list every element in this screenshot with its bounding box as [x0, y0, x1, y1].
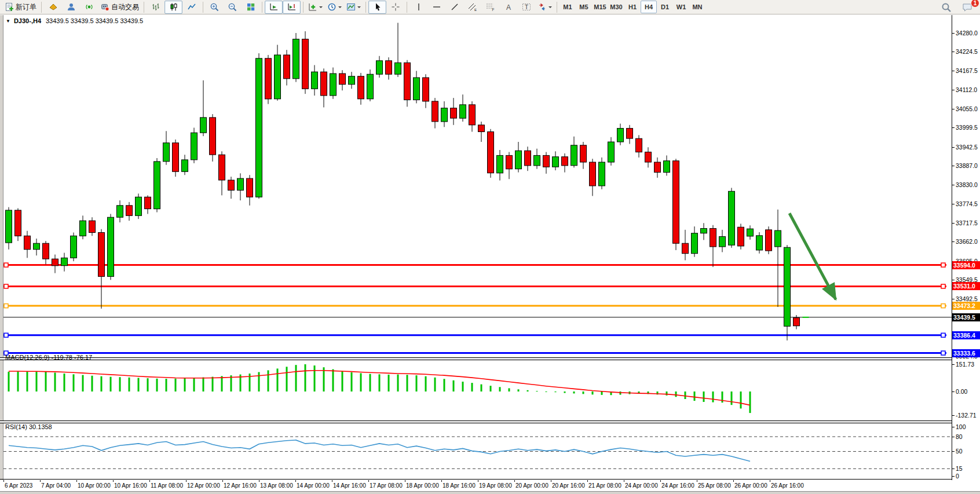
hline-handle[interactable]	[4, 304, 8, 308]
price-chart-pane[interactable]	[3, 15, 952, 357]
toolbar-separator	[41, 2, 42, 13]
indicators-button[interactable]	[306, 1, 325, 14]
marketwatch-button[interactable]	[44, 1, 62, 14]
timeframe-button-M1[interactable]: M1	[560, 1, 576, 13]
hline-price-label[interactable]: 33531.0	[952, 282, 980, 290]
profile-icon	[67, 2, 76, 12]
channel-button[interactable]: E	[463, 1, 481, 14]
date-tick	[368, 480, 369, 482]
price-tick: 33887.0	[952, 162, 978, 170]
candlestick-chart-button[interactable]	[164, 1, 182, 14]
chat-button[interactable]: 1	[959, 1, 977, 14]
date-tick	[587, 480, 588, 482]
current-price-label[interactable]: 33439.5	[952, 313, 980, 321]
arrows-button[interactable]	[535, 1, 554, 14]
hline-handle[interactable]	[941, 263, 945, 267]
zoom-out-button[interactable]	[224, 1, 242, 14]
horizontal-line-button[interactable]	[427, 1, 445, 14]
zoom-in-button[interactable]	[206, 1, 224, 14]
line-chart-button[interactable]	[182, 1, 200, 14]
hline-33594.0[interactable]	[3, 263, 946, 267]
hline-33531.0[interactable]	[3, 284, 946, 288]
main-toolbar: 新订单 自动交易	[0, 0, 980, 14]
bar-chart-button[interactable]	[147, 1, 164, 14]
timeframe-button-H1[interactable]: H1	[624, 1, 641, 13]
timeframe-button-M30[interactable]: M30	[608, 1, 624, 13]
timeframe-button-M15[interactable]: M15	[592, 1, 608, 13]
hline-handle[interactable]	[4, 284, 8, 288]
price-tick: 34280.0	[952, 30, 978, 37]
hline-price-label[interactable]: 33594.0	[952, 261, 980, 269]
toolbar-separator	[144, 2, 144, 13]
toolbar-separator	[365, 2, 366, 13]
timeframe-button-M5[interactable]: M5	[576, 1, 592, 13]
rsi-label: RSI(14) 30.1358	[5, 423, 52, 430]
text-label-button[interactable]: T	[517, 1, 535, 14]
search-button[interactable]	[937, 1, 955, 14]
date-label: 6 Apr 2023	[5, 482, 32, 489]
tile-windows-icon	[246, 2, 255, 12]
timeframe-button-D1[interactable]: D1	[657, 1, 673, 13]
auto-trading-label: 自动交易	[111, 2, 139, 12]
svg-text:T: T	[525, 4, 528, 10]
timeframe-button-MN[interactable]: MN	[689, 1, 705, 13]
hline-33386.4[interactable]	[3, 333, 946, 337]
date-tick	[149, 480, 150, 482]
auto-trading-button[interactable]: 自动交易	[98, 1, 141, 14]
date-label: 20 Apr 16:00	[552, 482, 585, 489]
hline-handle[interactable]	[941, 351, 945, 355]
crosshair-button[interactable]	[386, 1, 404, 14]
rsi-axis-tick: 80	[952, 433, 963, 441]
hline-handle[interactable]	[4, 333, 8, 337]
profile-button[interactable]	[62, 1, 80, 14]
hline-price-label[interactable]: 33386.4	[952, 331, 980, 339]
cursor-button[interactable]	[368, 1, 386, 14]
auto-scroll-button[interactable]	[265, 1, 283, 14]
signals-button[interactable]	[80, 1, 98, 14]
hline-handle[interactable]	[4, 263, 8, 267]
fibonacci-button[interactable]: F	[481, 1, 499, 14]
hline-price-label[interactable]: 33333.6	[952, 349, 980, 357]
hline-handle[interactable]	[941, 333, 945, 337]
price-axis[interactable]: 34280.034224.534167.534112.034055.033999…	[952, 15, 980, 481]
date-tick	[624, 480, 624, 482]
hline-handle[interactable]	[941, 284, 945, 288]
trendline-button[interactable]	[445, 1, 463, 14]
date-label: 19 Apr 08:00	[479, 482, 512, 489]
macd-label: MACD(12,26,9) -119.78 -76.17	[5, 354, 92, 361]
rsi-axis-tick: 100	[952, 423, 966, 431]
templates-button[interactable]	[344, 1, 363, 14]
hline-33473.2[interactable]	[3, 304, 946, 308]
text-button[interactable]: A	[499, 1, 517, 14]
vertical-line-button[interactable]	[409, 1, 427, 14]
zoom-out-icon	[228, 2, 237, 12]
date-tick	[478, 480, 478, 482]
rsi-axis-tick: 0	[952, 473, 959, 480]
toolbar-separator	[557, 2, 557, 13]
tile-windows-button[interactable]	[242, 1, 259, 14]
new-order-label: 新订单	[16, 2, 36, 12]
timeframe-button-H4[interactable]: H4	[641, 1, 657, 13]
date-label: 10 Apr 16:00	[114, 482, 147, 489]
hline-33333.6[interactable]	[3, 351, 946, 355]
rsi-pane[interactable]	[3, 423, 952, 479]
chart-shift-button[interactable]	[283, 1, 301, 14]
bar-chart-icon	[151, 2, 160, 12]
chart-expander-icon[interactable]: ▼	[6, 19, 10, 24]
timeframe-button-W1[interactable]: W1	[673, 1, 689, 13]
date-tick	[405, 480, 405, 482]
hline-price-label[interactable]: 33473.2	[952, 302, 980, 310]
chart-ohlc-quotes: 33439.5 33439.5 33439.5 33439.5	[46, 17, 143, 24]
macd-pane[interactable]	[3, 360, 952, 420]
mt4-window: 新订单 自动交易	[0, 0, 980, 494]
date-label: 14 Apr 00:00	[297, 482, 330, 489]
periods-button[interactable]	[325, 1, 344, 14]
arrows-caret-icon	[548, 6, 552, 10]
new-order-button[interactable]: 新订单	[2, 1, 39, 14]
cursor-icon	[374, 2, 382, 12]
text-label-icon: T	[521, 2, 532, 12]
pane-border	[0, 479, 980, 480]
date-axis[interactable]: 6 Apr 20237 Apr 04:0010 Apr 00:0010 Apr …	[0, 480, 980, 491]
svg-text:E: E	[474, 8, 477, 12]
hline-handle[interactable]	[941, 304, 945, 308]
